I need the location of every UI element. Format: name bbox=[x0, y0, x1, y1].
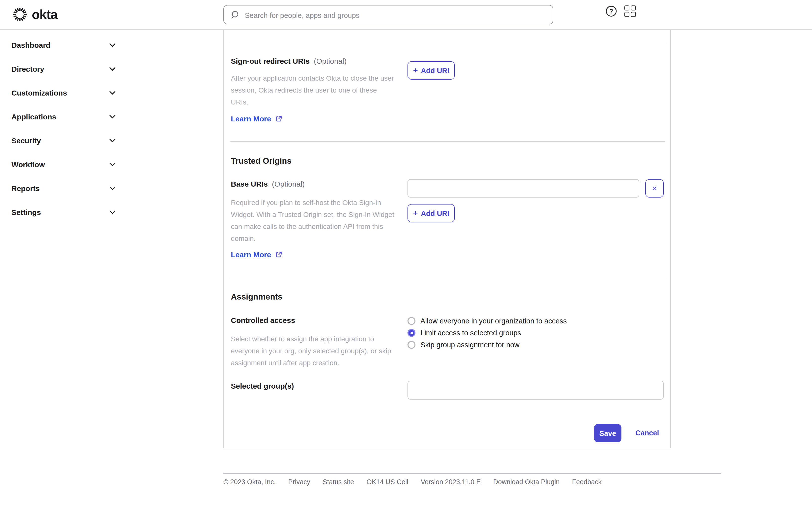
signout-redirect-uris-label: Sign-out redirect URIs (Optional) bbox=[231, 57, 347, 65]
selected-groups-input[interactable] bbox=[407, 381, 664, 400]
chevron-down-icon bbox=[110, 163, 115, 166]
base-uri-input[interactable] bbox=[407, 179, 639, 198]
trusted-origins-heading: Trusted Origins bbox=[231, 156, 292, 166]
top-header: okta ? bbox=[0, 0, 812, 30]
controlled-access-label: Controlled access bbox=[231, 316, 295, 324]
footer-version-text: Version 2023.11.0 E bbox=[421, 478, 481, 486]
save-button[interactable]: Save bbox=[594, 424, 621, 442]
close-icon: × bbox=[652, 183, 657, 193]
base-uris-description: Required if you plan to self-host the Ok… bbox=[231, 197, 398, 244]
sidebar-item-workflow[interactable]: Workflow bbox=[0, 152, 131, 176]
app-settings-card: Sign-out redirect URIs (Optional) After … bbox=[223, 30, 671, 448]
okta-sunburst-icon bbox=[12, 6, 28, 22]
section-divider bbox=[230, 277, 665, 277]
external-link-icon bbox=[275, 251, 282, 258]
okta-logo[interactable]: okta bbox=[12, 6, 57, 22]
help-icon[interactable]: ? bbox=[606, 5, 617, 17]
footer-divider bbox=[223, 473, 721, 474]
assignments-heading: Assignments bbox=[231, 292, 282, 302]
base-add-uri-button[interactable]: + Add URI bbox=[407, 204, 455, 222]
optional-tag: (Optional) bbox=[272, 180, 305, 188]
global-search bbox=[223, 5, 553, 24]
sidebar-item-settings[interactable]: Settings bbox=[0, 200, 131, 224]
signout-description: After your application contacts Okta to … bbox=[231, 72, 396, 108]
search-icon bbox=[230, 10, 239, 20]
chevron-down-icon bbox=[110, 187, 115, 190]
base-uris-label: Base URIs (Optional) bbox=[231, 180, 305, 188]
svg-text:?: ? bbox=[609, 8, 613, 15]
chevron-down-icon bbox=[110, 115, 115, 118]
footer-link-status-site[interactable]: Status site bbox=[323, 478, 354, 486]
footer: © 2023 Okta, Inc. Privacy Status site OK… bbox=[223, 478, 602, 486]
selected-groups-label: Selected group(s) bbox=[231, 382, 294, 390]
chevron-down-icon bbox=[110, 43, 115, 47]
controlled-access-options: Allow everyone in your organization to a… bbox=[407, 317, 567, 353]
radio-option-allow-everyone[interactable]: Allow everyone in your organization to a… bbox=[407, 317, 567, 325]
search-input[interactable] bbox=[244, 5, 549, 25]
sidebar-item-security[interactable]: Security bbox=[0, 128, 131, 152]
radio-option-limit-access[interactable]: Limit access to selected groups bbox=[407, 329, 567, 337]
sidebar-item-applications[interactable]: Applications bbox=[0, 105, 131, 128]
header-icons: ? bbox=[606, 5, 636, 17]
sidebar-nav: Dashboard Directory Customizations Appli… bbox=[0, 30, 132, 515]
section-divider bbox=[230, 141, 665, 142]
footer-cell-text: OK14 US Cell bbox=[367, 478, 408, 486]
footer-link-feedback[interactable]: Feedback bbox=[572, 478, 602, 486]
radio-button[interactable] bbox=[407, 329, 415, 337]
chevron-down-icon bbox=[110, 91, 115, 94]
controlled-access-description: Select whether to assign the app integra… bbox=[231, 333, 393, 369]
sidebar-item-reports[interactable]: Reports bbox=[0, 176, 131, 200]
sidebar-item-dashboard[interactable]: Dashboard bbox=[0, 33, 131, 57]
copyright-text: © 2023 Okta, Inc. bbox=[223, 478, 276, 486]
remove-uri-button[interactable]: × bbox=[645, 179, 664, 198]
footer-link-privacy[interactable]: Privacy bbox=[288, 478, 311, 486]
radio-button[interactable] bbox=[407, 341, 415, 349]
okta-admin-page: okta ? Dashboard Directory bbox=[0, 0, 812, 515]
okta-logo-text: okta bbox=[32, 6, 57, 22]
chevron-down-icon bbox=[110, 139, 115, 142]
radio-button[interactable] bbox=[407, 317, 415, 325]
section-divider bbox=[230, 43, 665, 43]
sidebar-item-customizations[interactable]: Customizations bbox=[0, 81, 131, 105]
chevron-down-icon bbox=[110, 210, 115, 214]
radio-option-skip-assignment[interactable]: Skip group assignment for now bbox=[407, 341, 567, 349]
optional-tag: (Optional) bbox=[314, 57, 347, 65]
signout-add-uri-button[interactable]: + Add URI bbox=[407, 61, 455, 80]
external-link-icon bbox=[275, 115, 282, 122]
chevron-down-icon bbox=[110, 67, 115, 70]
plus-icon: + bbox=[413, 209, 418, 218]
apps-grid-icon[interactable] bbox=[625, 5, 636, 17]
cancel-button[interactable]: Cancel bbox=[635, 424, 659, 442]
plus-icon: + bbox=[413, 66, 418, 75]
trusted-origins-learn-more-link[interactable]: Learn More bbox=[231, 250, 282, 259]
sidebar-item-directory[interactable]: Directory bbox=[0, 57, 131, 81]
footer-link-download-plugin[interactable]: Download Okta Plugin bbox=[493, 478, 559, 486]
signout-learn-more-link[interactable]: Learn More bbox=[231, 114, 282, 123]
